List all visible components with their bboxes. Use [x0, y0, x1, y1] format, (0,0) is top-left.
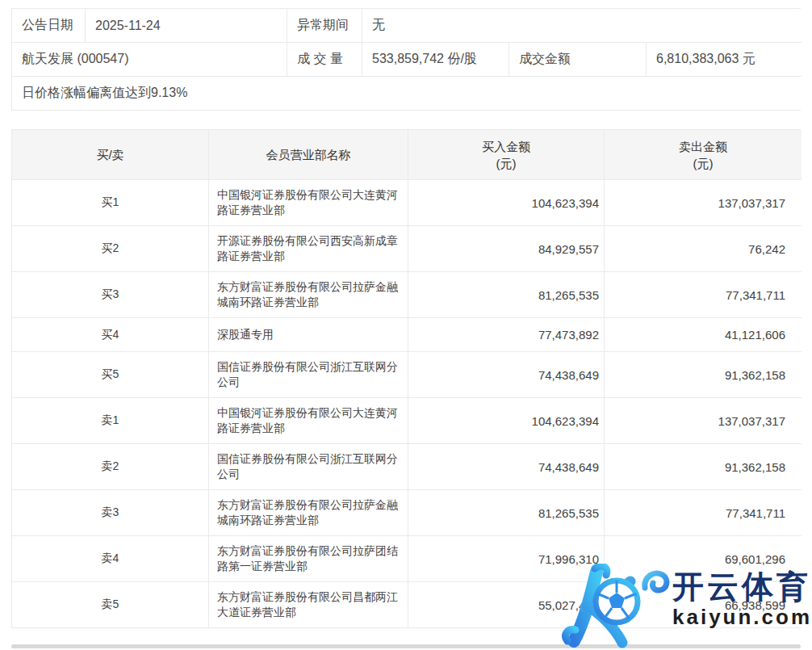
row-side: 买4 — [12, 317, 209, 351]
row-side: 卖5 — [12, 581, 209, 627]
col-header-sell-line2: (元) — [693, 155, 714, 172]
volume-value: 533,859,742 份/股 — [362, 43, 509, 77]
row-broker-name: 中国银河证券股份有限公司大连黄河路证券营业部 — [209, 179, 408, 225]
row-sell-amount: 77,341,711 — [605, 271, 802, 317]
row-sell-amount: 76,242 — [605, 225, 802, 271]
abnormal-period-value: 无 — [362, 9, 802, 43]
kaiyun-brand-url: kaiyun.com — [672, 604, 812, 630]
broker-table: 买/卖 会员营业部名称 买入金额 (元) 卖出金额 (元) 买1 中国银河证券股… — [11, 129, 801, 628]
row-buy-amount: 81,265,535 — [408, 271, 605, 317]
row-broker-name: 东方财富证券股份有限公司拉萨金融城南环路证券营业部 — [209, 489, 408, 535]
row-buy-amount: 104,623,394 — [408, 179, 605, 225]
row-side: 卖4 — [12, 535, 209, 581]
col-header-buy-line2: (元) — [496, 155, 517, 172]
row-broker-name: 东方财富证券股份有限公司昌都两江大道证券营业部 — [209, 581, 408, 627]
row-buy-amount: 74,438,649 — [408, 351, 605, 397]
kaiyun-brand-cn: 开云体育 — [672, 570, 812, 604]
row-sell-amount: 137,037,317 — [605, 397, 802, 443]
announce-date-value: 2025-11-24 — [86, 9, 287, 43]
col-header-side: 买/卖 — [12, 130, 209, 179]
row-sell-amount: 91,362,158 — [605, 443, 802, 489]
row-side: 买1 — [12, 179, 209, 225]
row-sell-amount: 77,341,711 — [605, 489, 802, 535]
col-header-buy-line1: 买入金额 — [482, 138, 530, 155]
abnormal-period-label: 异常期间 — [287, 9, 362, 43]
page: 公告日期 2025-11-24 异常期间 无 航天发展 (000547) 成 交… — [0, 0, 812, 650]
summary-info-table: 公告日期 2025-11-24 异常期间 无 航天发展 (000547) 成 交… — [11, 8, 801, 111]
row-broker-name: 东方财富证券股份有限公司拉萨金融城南环路证券营业部 — [209, 271, 408, 317]
row-broker-name: 东方财富证券股份有限公司拉萨团结路第一证券营业部 — [209, 535, 408, 581]
row-side: 卖2 — [12, 443, 209, 489]
col-header-name: 会员营业部名称 — [209, 130, 408, 179]
row-broker-name: 国信证券股份有限公司浙江互联网分公司 — [209, 443, 408, 489]
row-sell-amount: 91,362,158 — [605, 351, 802, 397]
row-sell-amount: 137,037,317 — [605, 179, 802, 225]
row-broker-name: 中国银河证券股份有限公司大连黄河路证券营业部 — [209, 397, 408, 443]
row-broker-name: 开源证券股份有限公司西安高新成章路证券营业部 — [209, 225, 408, 271]
abnormal-reason: 日价格涨幅偏离值达到9.13% — [12, 77, 802, 110]
volume-label: 成 交 量 — [287, 43, 362, 77]
stock-name: 航天发展 (000547) — [12, 43, 287, 77]
row-sell-amount: 41,121,606 — [605, 317, 802, 351]
row-buy-amount: 74,438,649 — [408, 443, 605, 489]
kaiyun-logo-icon — [559, 564, 674, 649]
row-buy-amount: 104,623,394 — [408, 397, 605, 443]
kaiyun-watermark-link[interactable]: 开云体育 kaiyun.com — [559, 564, 812, 649]
row-side: 卖1 — [12, 397, 209, 443]
row-buy-amount: 77,473,892 — [408, 317, 605, 351]
col-header-sell: 卖出金额 (元) — [605, 130, 802, 179]
row-side: 买3 — [12, 271, 209, 317]
kaiyun-text-block: 开云体育 kaiyun.com — [672, 564, 812, 630]
row-side: 买5 — [12, 351, 209, 397]
col-header-sell-line1: 卖出金额 — [679, 138, 727, 155]
row-side: 买2 — [12, 225, 209, 271]
turnover-value: 6,810,383,063 元 — [647, 43, 802, 77]
row-broker-name: 国信证券股份有限公司浙江互联网分公司 — [209, 351, 408, 397]
announce-date-label: 公告日期 — [12, 9, 86, 43]
row-broker-name: 深股通专用 — [209, 317, 408, 351]
col-header-buy: 买入金额 (元) — [408, 130, 605, 179]
row-buy-amount: 81,265,535 — [408, 489, 605, 535]
row-side: 卖3 — [12, 489, 209, 535]
turnover-label: 成交金额 — [509, 43, 647, 77]
row-buy-amount: 84,929,557 — [408, 225, 605, 271]
